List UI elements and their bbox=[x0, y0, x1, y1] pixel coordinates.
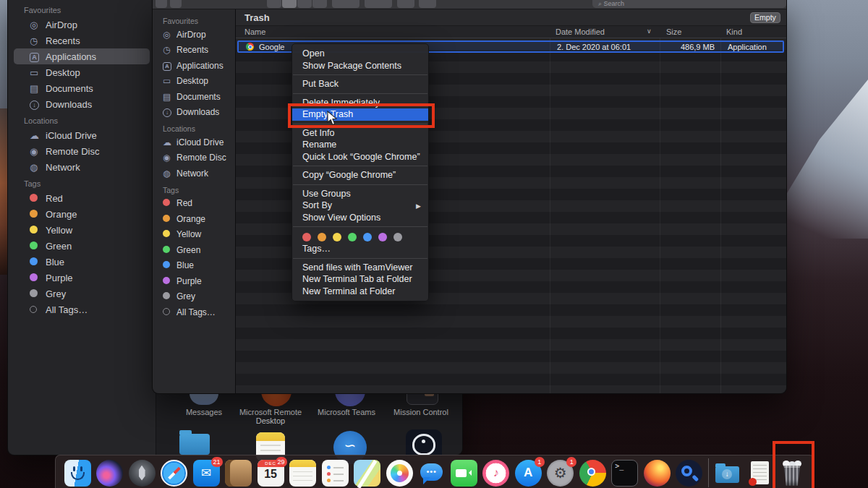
sidebar-item-all-tags[interactable]: All Tags… bbox=[153, 304, 235, 320]
dock-notes-icon[interactable] bbox=[289, 460, 316, 487]
menu-item-get-info[interactable]: Get Info bbox=[292, 127, 428, 140]
dock-messages-icon[interactable]: ••• bbox=[418, 460, 445, 487]
sidebar-item-green[interactable]: Green bbox=[14, 238, 150, 254]
folder-icon[interactable] bbox=[179, 434, 210, 455]
sidebar-item-icloud-drive[interactable]: ☁iCloud Drive bbox=[14, 127, 150, 143]
menu-item-sort-by[interactable]: Sort By▶ bbox=[292, 200, 428, 212]
forward-button[interactable] bbox=[170, 0, 182, 8]
app-label-microsoft-teams[interactable]: Microsoft Teams bbox=[312, 408, 381, 416]
dock-contacts-icon[interactable] bbox=[225, 460, 252, 487]
view-icons-button[interactable] bbox=[267, 0, 281, 8]
sidebar-item-icloud-drive[interactable]: ☁iCloud Drive bbox=[153, 134, 235, 150]
menu-item-send-files-with-teamviewer[interactable]: Send files with TeamViewer bbox=[292, 262, 428, 274]
dock-launchpad-icon[interactable] bbox=[129, 460, 156, 487]
sidebar-item-network[interactable]: ◍Network bbox=[14, 159, 150, 175]
sidebar-item-yellow[interactable]: Yellow bbox=[14, 222, 150, 238]
action-gear-button[interactable] bbox=[365, 0, 392, 8]
menu-tag-dot[interactable] bbox=[302, 233, 311, 241]
dock-system-preferences-icon[interactable]: ⚙1 bbox=[547, 460, 574, 487]
dock-appstore-icon[interactable]: A1 bbox=[515, 460, 542, 487]
dock-finder-icon[interactable] bbox=[64, 460, 91, 487]
sidebar-item-documents[interactable]: ▤Documents bbox=[153, 89, 235, 105]
column-date-modified[interactable]: Date Modified bbox=[556, 27, 605, 36]
sidebar-item-airdrop[interactable]: ◎AirDrop bbox=[153, 27, 235, 43]
column-size[interactable]: Size bbox=[666, 27, 681, 36]
menu-item-copy-google-chrome[interactable]: Copy “Google Chrome” bbox=[292, 169, 428, 181]
menu-item-tags[interactable]: Tags… bbox=[292, 243, 428, 255]
sidebar-item-network[interactable]: ◍Network bbox=[153, 166, 235, 181]
sidebar-item-recents[interactable]: ◷Recents bbox=[153, 43, 235, 59]
dock-mail-icon[interactable]: ✉21 bbox=[193, 460, 220, 487]
sidebar-item-purple[interactable]: Purple bbox=[153, 273, 235, 289]
dock-quicktime-icon[interactable] bbox=[676, 460, 702, 487]
sidebar-item-remote-disc[interactable]: ◉Remote Disc bbox=[14, 143, 150, 159]
sidebar-item-documents[interactable]: ▤Documents bbox=[14, 80, 150, 96]
sidebar-item-downloads[interactable]: ↓Downloads bbox=[153, 105, 235, 121]
dock-calendar-icon[interactable]: DEC1529 bbox=[258, 460, 284, 487]
view-gallery-button[interactable] bbox=[312, 0, 327, 8]
menu-item-new-terminal-at-folder[interactable]: New Terminal at Folder bbox=[292, 286, 428, 298]
sidebar-item-orange[interactable]: Orange bbox=[14, 206, 150, 222]
group-button[interactable] bbox=[332, 0, 359, 8]
dock-photos-icon[interactable] bbox=[386, 460, 413, 487]
sidebar-item-grey[interactable]: Grey bbox=[153, 289, 235, 305]
dock-reminders-icon[interactable] bbox=[322, 460, 349, 487]
app-label-messages[interactable]: Messages bbox=[169, 408, 239, 416]
menu-item-open[interactable]: Open bbox=[292, 48, 428, 60]
sidebar-item-blue[interactable]: Blue bbox=[14, 254, 150, 270]
menu-item-rename[interactable]: Rename bbox=[292, 139, 428, 151]
menu-item-show-view-options[interactable]: Show View Options bbox=[292, 212, 428, 224]
back-button[interactable] bbox=[156, 0, 167, 8]
dock-documents-stack-icon[interactable] bbox=[746, 460, 773, 487]
dock-firefox-icon[interactable] bbox=[644, 460, 671, 487]
menu-tag-dot[interactable] bbox=[363, 233, 372, 241]
menu-item-put-back[interactable]: Put Back bbox=[292, 78, 428, 90]
sidebar-item-recents[interactable]: ◷Recents bbox=[14, 33, 150, 48]
dock-facetime-icon[interactable] bbox=[451, 460, 477, 487]
dock-chrome-icon[interactable] bbox=[579, 460, 606, 487]
menu-tag-dot[interactable] bbox=[378, 233, 387, 241]
sidebar-item-remote-disc[interactable]: ◉Remote Disc bbox=[153, 150, 235, 166]
sidebar-item-grey[interactable]: Grey bbox=[14, 286, 150, 301]
view-columns-button[interactable] bbox=[297, 0, 312, 8]
tags-button[interactable] bbox=[419, 0, 436, 8]
menu-item-quick-look-google-chrome[interactable]: Quick Look “Google Chrome” bbox=[292, 151, 428, 163]
menu-item-show-package-contents[interactable]: Show Package Contents bbox=[292, 60, 428, 72]
sidebar-item-desktop[interactable]: ▭Desktop bbox=[14, 64, 150, 80]
dock-maps-icon[interactable] bbox=[354, 460, 380, 487]
sidebar-item-all-tags[interactable]: All Tags… bbox=[14, 301, 150, 317]
dock-downloads-folder-icon[interactable]: ↓ bbox=[714, 460, 741, 487]
menu-tag-dot[interactable] bbox=[348, 233, 357, 241]
app-label-mission-control[interactable]: Mission Control bbox=[386, 408, 456, 416]
column-kind[interactable]: Kind bbox=[726, 27, 742, 36]
dock-terminal-icon[interactable]: >_ bbox=[611, 460, 638, 487]
menu-item-new-terminal-tab-at-folder[interactable]: New Terminal Tab at Folder bbox=[292, 273, 428, 286]
sidebar-item-downloads[interactable]: ↓Downloads bbox=[14, 96, 150, 112]
dock-itunes-icon[interactable]: ♪ bbox=[482, 460, 509, 487]
sidebar-item-desktop[interactable]: ▭Desktop bbox=[153, 74, 235, 90]
sidebar-item-yellow[interactable]: Yellow bbox=[153, 227, 235, 243]
menu-tag-dot[interactable] bbox=[393, 233, 402, 241]
sidebar-item-green[interactable]: Green bbox=[153, 242, 235, 258]
menu-separator bbox=[293, 226, 427, 227]
app-label-microsoft-remote-desktop[interactable]: Microsoft Remote Desktop bbox=[236, 408, 305, 425]
sidebar-item-orange[interactable]: Orange bbox=[153, 211, 235, 227]
sidebar-item-applications[interactable]: AApplications bbox=[153, 58, 235, 74]
column-name[interactable]: Name bbox=[244, 27, 265, 36]
sidebar-item-applications[interactable]: AApplications bbox=[14, 48, 150, 64]
sidebar-item-airdrop[interactable]: ◎AirDrop bbox=[14, 17, 150, 33]
sidebar-item-blue[interactable]: Blue bbox=[153, 258, 235, 274]
menu-item-use-groups[interactable]: Use Groups bbox=[292, 188, 428, 200]
menu-tag-dot[interactable] bbox=[318, 233, 326, 241]
empty-trash-button[interactable]: Empty bbox=[750, 12, 780, 23]
share-button[interactable] bbox=[397, 0, 414, 8]
sidebar-item-red[interactable]: Red bbox=[153, 196, 235, 212]
view-list-button[interactable] bbox=[282, 0, 297, 8]
sidebar-item-purple[interactable]: Purple bbox=[14, 270, 150, 286]
sidebar-item-red[interactable]: Red bbox=[14, 190, 150, 206]
dock-safari-icon[interactable] bbox=[161, 460, 187, 487]
dock-siri-icon[interactable] bbox=[96, 460, 123, 487]
search-input[interactable]: ⌕ Search bbox=[592, 0, 786, 8]
tag-color-icon bbox=[163, 215, 176, 223]
menu-tag-dot[interactable] bbox=[333, 233, 341, 241]
